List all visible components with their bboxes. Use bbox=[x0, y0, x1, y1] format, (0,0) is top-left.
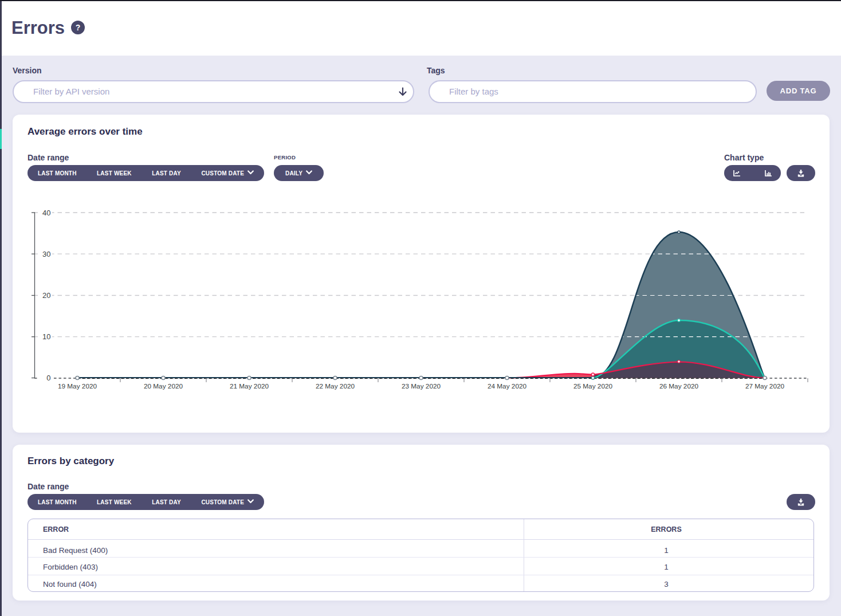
svg-text:19 May 2020: 19 May 2020 bbox=[58, 382, 97, 390]
svg-text:21 May 2020: 21 May 2020 bbox=[230, 382, 269, 390]
svg-text:25 May 2020: 25 May 2020 bbox=[573, 382, 613, 390]
svg-text:24 May 2020: 24 May 2020 bbox=[488, 382, 527, 390]
svg-text:23 May 2020: 23 May 2020 bbox=[402, 382, 441, 390]
svg-text:0: 0 bbox=[46, 374, 50, 382]
svg-text:26 May 2020: 26 May 2020 bbox=[659, 382, 699, 390]
svg-text:20: 20 bbox=[42, 291, 50, 300]
svg-text:30: 30 bbox=[42, 250, 50, 258]
svg-text:10: 10 bbox=[42, 332, 50, 341]
svg-text:27 May 2020: 27 May 2020 bbox=[745, 382, 785, 390]
svg-text:22 May 2020: 22 May 2020 bbox=[316, 382, 355, 390]
svg-text:40: 40 bbox=[42, 209, 50, 217]
svg-text:20 May 2020: 20 May 2020 bbox=[144, 382, 183, 390]
